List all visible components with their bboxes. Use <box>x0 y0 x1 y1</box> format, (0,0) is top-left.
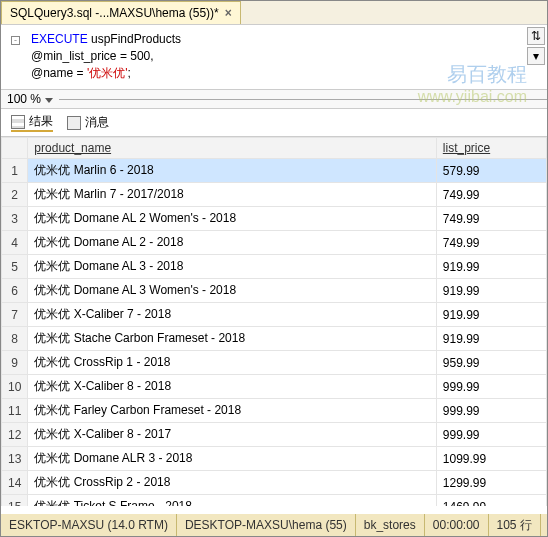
status-server: ESKTOP-MAXSU (14.0 RTM) <box>1 514 177 536</box>
keyword: EXECUTE <box>31 32 88 46</box>
cell-product-name[interactable]: 优米优 CrossRip 2 - 2018 <box>28 471 436 495</box>
tab-label: 结果 <box>29 113 53 130</box>
cell-list-price[interactable]: 749.99 <box>436 183 546 207</box>
status-rows: 105 行 <box>489 514 541 536</box>
results-grid[interactable]: product_name list_price 1优米优 Marlin 6 - … <box>1 136 547 506</box>
cell-product-name[interactable]: 优米优 Domane AL 2 Women's - 2018 <box>28 207 436 231</box>
sql-editor[interactable]: - EXECUTE uspFindProducts @min_list_pric… <box>1 25 547 89</box>
code-text: ; <box>127 66 130 80</box>
results-table: product_name list_price 1优米优 Marlin 6 - … <box>1 137 547 506</box>
table-row[interactable]: 14优米优 CrossRip 2 - 20181299.99 <box>2 471 547 495</box>
row-number: 12 <box>2 423 28 447</box>
cell-list-price[interactable]: 999.99 <box>436 423 546 447</box>
row-number: 5 <box>2 255 28 279</box>
status-user: DESKTOP-MAXSU\hema (55) <box>177 514 356 536</box>
status-db: bk_stores <box>356 514 425 536</box>
document-tab[interactable]: SQLQuery3.sql -...MAXSU\hema (55))* × <box>1 1 241 24</box>
split-up-icon[interactable]: ⇅ <box>527 27 545 45</box>
cell-list-price[interactable]: 1099.99 <box>436 447 546 471</box>
code-text: @name = <box>31 66 87 80</box>
message-icon <box>67 116 81 130</box>
code-text: @min_list_price = 500, <box>31 48 537 65</box>
cell-list-price[interactable]: 749.99 <box>436 207 546 231</box>
table-row[interactable]: 9优米优 CrossRip 1 - 2018959.99 <box>2 351 547 375</box>
row-number: 15 <box>2 495 28 507</box>
cell-product-name[interactable]: 优米优 X-Caliber 7 - 2018 <box>28 303 436 327</box>
row-number: 3 <box>2 207 28 231</box>
row-number: 2 <box>2 183 28 207</box>
table-row[interactable]: 10优米优 X-Caliber 8 - 2018999.99 <box>2 375 547 399</box>
table-row[interactable]: 2优米优 Marlin 7 - 2017/2018749.99 <box>2 183 547 207</box>
cell-product-name[interactable]: 优米优 Domane AL 2 - 2018 <box>28 231 436 255</box>
cell-product-name[interactable]: 优米优 X-Caliber 8 - 2017 <box>28 423 436 447</box>
zoom-selector[interactable]: 100 % <box>1 92 59 106</box>
cell-product-name[interactable]: 优米优 Farley Carbon Frameset - 2018 <box>28 399 436 423</box>
code-text: uspFindProducts <box>88 32 181 46</box>
row-header-corner <box>2 138 28 159</box>
cell-list-price[interactable]: 919.99 <box>436 327 546 351</box>
row-number: 11 <box>2 399 28 423</box>
tab-results[interactable]: 结果 <box>11 113 53 132</box>
cell-product-name[interactable]: 优米优 Marlin 7 - 2017/2018 <box>28 183 436 207</box>
cell-product-name[interactable]: 优米优 X-Caliber 8 - 2018 <box>28 375 436 399</box>
row-number: 9 <box>2 351 28 375</box>
column-header[interactable]: product_name <box>28 138 436 159</box>
cell-product-name[interactable]: 优米优 Domane AL 3 - 2018 <box>28 255 436 279</box>
table-row[interactable]: 1优米优 Marlin 6 - 2018579.99 <box>2 159 547 183</box>
row-number: 14 <box>2 471 28 495</box>
row-number: 7 <box>2 303 28 327</box>
cell-product-name[interactable]: 优米优 Domane ALR 3 - 2018 <box>28 447 436 471</box>
table-row[interactable]: 13优米优 Domane ALR 3 - 20181099.99 <box>2 447 547 471</box>
row-number: 10 <box>2 375 28 399</box>
string-literal: '优米优' <box>87 66 128 80</box>
row-number: 6 <box>2 279 28 303</box>
cell-product-name[interactable]: 优米优 Domane AL 3 Women's - 2018 <box>28 279 436 303</box>
table-row[interactable]: 8优米优 Stache Carbon Frameset - 2018919.99 <box>2 327 547 351</box>
cell-product-name[interactable]: 优米优 Ticket S Frame - 2018 <box>28 495 436 507</box>
table-row[interactable]: 5优米优 Domane AL 3 - 2018919.99 <box>2 255 547 279</box>
status-time: 00:00:00 <box>425 514 489 536</box>
table-row[interactable]: 7优米优 X-Caliber 7 - 2018919.99 <box>2 303 547 327</box>
column-header[interactable]: list_price <box>436 138 546 159</box>
caret-icon[interactable]: ▾ <box>527 47 545 65</box>
divider-line <box>59 99 547 100</box>
cell-list-price[interactable]: 919.99 <box>436 303 546 327</box>
tab-messages[interactable]: 消息 <box>67 114 109 131</box>
table-row[interactable]: 4优米优 Domane AL 2 - 2018749.99 <box>2 231 547 255</box>
cell-product-name[interactable]: 优米优 CrossRip 1 - 2018 <box>28 351 436 375</box>
tab-title: SQLQuery3.sql -...MAXSU\hema (55))* <box>10 6 219 20</box>
cell-list-price[interactable]: 959.99 <box>436 351 546 375</box>
table-row[interactable]: 6优米优 Domane AL 3 Women's - 2018919.99 <box>2 279 547 303</box>
cell-list-price[interactable]: 999.99 <box>436 375 546 399</box>
cell-list-price[interactable]: 1299.99 <box>436 471 546 495</box>
cell-product-name[interactable]: 优米优 Stache Carbon Frameset - 2018 <box>28 327 436 351</box>
cell-list-price[interactable]: 749.99 <box>436 231 546 255</box>
table-row[interactable]: 12优米优 X-Caliber 8 - 2017999.99 <box>2 423 547 447</box>
collapse-icon[interactable]: - <box>11 31 20 48</box>
cell-product-name[interactable]: 优米优 Marlin 6 - 2018 <box>28 159 436 183</box>
close-icon[interactable]: × <box>225 6 232 20</box>
tab-label: 消息 <box>85 114 109 131</box>
row-number: 13 <box>2 447 28 471</box>
row-number: 8 <box>2 327 28 351</box>
document-tab-bar: SQLQuery3.sql -...MAXSU\hema (55))* × <box>1 1 547 25</box>
table-row[interactable]: 15优米优 Ticket S Frame - 20181469.99 <box>2 495 547 507</box>
cell-list-price[interactable]: 919.99 <box>436 255 546 279</box>
grid-icon <box>11 115 25 129</box>
table-row[interactable]: 11优米优 Farley Carbon Frameset - 2018999.9… <box>2 399 547 423</box>
row-number: 4 <box>2 231 28 255</box>
cell-list-price[interactable]: 999.99 <box>436 399 546 423</box>
cell-list-price[interactable]: 579.99 <box>436 159 546 183</box>
cell-list-price[interactable]: 919.99 <box>436 279 546 303</box>
chevron-down-icon <box>45 98 53 103</box>
editor-divider: 100 % <box>1 89 547 109</box>
row-number: 1 <box>2 159 28 183</box>
table-row[interactable]: 3优米优 Domane AL 2 Women's - 2018749.99 <box>2 207 547 231</box>
status-bar: ESKTOP-MAXSU (14.0 RTM) DESKTOP-MAXSU\he… <box>1 514 547 536</box>
results-panel-tabs: 结果 消息 <box>1 109 547 136</box>
cell-list-price[interactable]: 1469.99 <box>436 495 546 507</box>
